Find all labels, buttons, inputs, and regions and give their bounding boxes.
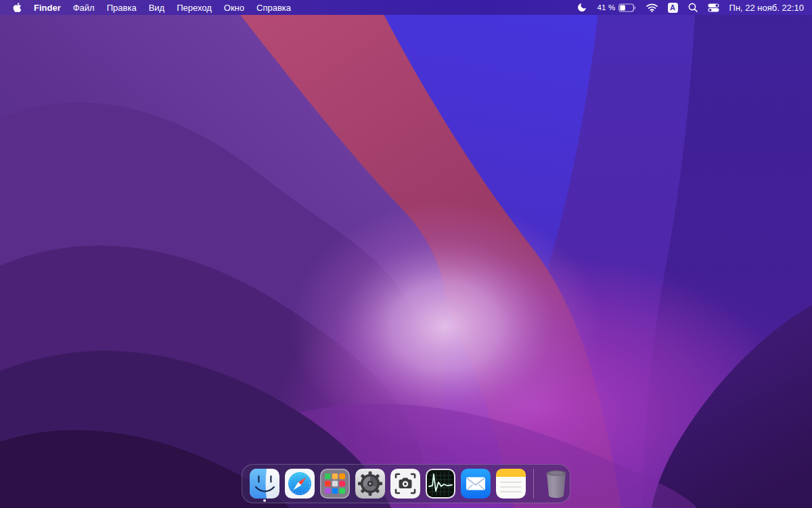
menu-help[interactable]: Справка bbox=[250, 0, 297, 15]
safari-icon bbox=[284, 468, 315, 499]
desktop-wallpaper[interactable] bbox=[0, 0, 812, 508]
menu-bar-left: Finder Файл Правка Вид Переход Окно Спра… bbox=[0, 0, 297, 15]
finder-icon bbox=[249, 468, 280, 499]
menu-file[interactable]: Файл bbox=[67, 0, 101, 15]
menu-app-name[interactable]: Finder bbox=[28, 0, 67, 15]
activity-monitor-icon bbox=[425, 468, 456, 499]
magnifier-icon bbox=[688, 3, 698, 12]
mail-icon bbox=[460, 468, 491, 499]
wifi-icon bbox=[646, 3, 658, 12]
toggles-icon bbox=[708, 3, 719, 12]
menu-go[interactable]: Переход bbox=[171, 0, 218, 15]
notes-icon bbox=[495, 468, 526, 499]
battery-status[interactable]: 41 % bbox=[597, 0, 636, 15]
menu-window[interactable]: Окно bbox=[218, 0, 250, 15]
battery-fill bbox=[620, 5, 625, 10]
dock-item-screenshot[interactable] bbox=[388, 466, 423, 501]
menu-bar: Finder Файл Правка Вид Переход Окно Спра… bbox=[0, 0, 812, 15]
apple-logo-icon bbox=[13, 2, 22, 13]
wifi-status[interactable] bbox=[646, 0, 658, 15]
finder-running-indicator bbox=[263, 499, 266, 502]
input-source-status[interactable]: A bbox=[668, 0, 678, 15]
dock-item-activity-monitor[interactable] bbox=[423, 466, 458, 501]
dock-item-finder[interactable] bbox=[247, 466, 282, 501]
moon-icon bbox=[577, 2, 587, 13]
dock-item-system-preferences[interactable] bbox=[353, 466, 388, 501]
screenshot-icon bbox=[390, 468, 421, 499]
dock-separator bbox=[533, 469, 534, 499]
keyboard-layout-icon: A bbox=[668, 3, 678, 13]
system-preferences-icon bbox=[355, 468, 386, 499]
apple-menu[interactable] bbox=[7, 0, 28, 15]
monterey-waves-art bbox=[0, 0, 812, 508]
focus-mode-status[interactable] bbox=[577, 0, 587, 15]
menu-view[interactable]: Вид bbox=[143, 0, 171, 15]
trash-icon bbox=[541, 468, 572, 499]
dock-item-trash[interactable] bbox=[539, 466, 574, 501]
menu-bar-clock[interactable]: Пн, 22 нояб. 22:10 bbox=[729, 0, 804, 15]
dock-item-mail[interactable] bbox=[458, 466, 493, 501]
battery-percent-label: 41 % bbox=[597, 3, 616, 12]
control-center[interactable] bbox=[708, 0, 719, 15]
dock bbox=[242, 464, 570, 503]
dock-item-notes[interactable] bbox=[493, 466, 528, 501]
battery-icon bbox=[618, 3, 636, 12]
spotlight-search[interactable] bbox=[688, 0, 698, 15]
menu-bar-status-area: 41 % A bbox=[577, 0, 812, 15]
menu-edit[interactable]: Правка bbox=[101, 0, 143, 15]
launchpad-icon bbox=[319, 468, 351, 499]
dock-item-launchpad[interactable] bbox=[317, 466, 353, 501]
dock-item-safari[interactable] bbox=[282, 466, 317, 501]
